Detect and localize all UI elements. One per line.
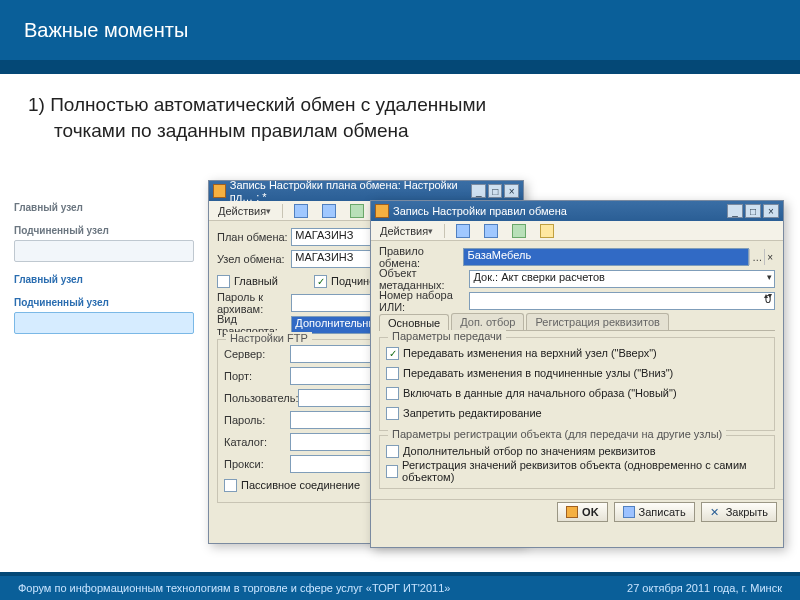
window1-back-icon[interactable] xyxy=(289,203,313,219)
window1-close-button[interactable]: × xyxy=(504,184,519,198)
bullet-line2: точками по заданным правилам обмена xyxy=(28,118,772,144)
rule-ellipsis-button[interactable]: … xyxy=(749,249,764,265)
window1-forward-icon[interactable] xyxy=(317,203,341,219)
subordinate-checkbox[interactable] xyxy=(314,275,327,288)
ftp-proxy-label: Прокси: xyxy=(224,458,290,470)
transfer-params-legend: Параметры передачи xyxy=(388,330,506,342)
window2-app-icon xyxy=(375,204,389,218)
chk-register-values-label: Регистрация значений реквизитов объекта … xyxy=(402,459,768,483)
close-icon: ✕ xyxy=(710,506,722,518)
window1-refresh-icon[interactable] xyxy=(345,203,369,219)
footer-left: Форум по информационным технологиям в то… xyxy=(18,582,450,594)
chk-up[interactable] xyxy=(386,347,399,360)
rule-field[interactable]: БазаМебель xyxy=(463,248,749,266)
ftp-server-label: Сервер: xyxy=(224,348,290,360)
chk-new[interactable] xyxy=(386,387,399,400)
window2-toolbar: Действия xyxy=(371,221,783,241)
window-exchange-rules: Запись Настройки правил обмена _ □ × Дей… xyxy=(370,200,784,548)
passive-checkbox-label: Пассивное соединение xyxy=(241,479,360,491)
window1-minimize-button[interactable]: _ xyxy=(471,184,486,198)
chk-up-label: Передавать изменения на верхний узел ("В… xyxy=(403,347,657,359)
chk-register-values[interactable] xyxy=(386,465,398,478)
main-checkbox-label: Главный xyxy=(234,275,314,287)
exchange-diagram: Главный узел Подчиненный узел Главный уз… xyxy=(14,190,194,334)
meta-field[interactable]: Док.: Акт сверки расчетов xyxy=(469,270,775,288)
passive-checkbox[interactable] xyxy=(224,479,237,492)
window2-statusbar: OK Записать ✕Закрыть xyxy=(371,499,783,523)
chk-lock-label: Запретить редактирование xyxy=(403,407,542,419)
ftp-user-label: Пользователь: xyxy=(224,392,298,404)
window2-help-icon[interactable] xyxy=(535,223,559,239)
ftp-dir-label: Каталог: xyxy=(224,436,290,448)
bullet-line1: Полностью автоматический обмен с удаленн… xyxy=(50,94,486,115)
window2-title: Запись Настройки правил обмена xyxy=(393,205,567,217)
window2-back-icon[interactable] xyxy=(451,223,475,239)
archive-pwd-label: Пароль к архивам: xyxy=(217,291,291,315)
window2-actions-menu[interactable]: Действия xyxy=(375,223,438,239)
window1-app-icon xyxy=(213,184,226,198)
diagram-label-sub1: Подчиненный узел xyxy=(14,225,194,236)
chk-extra-filter[interactable] xyxy=(386,445,399,458)
window2-maximize-button[interactable]: □ xyxy=(745,204,761,218)
footer-right: 27 октября 2011 года, г. Минск xyxy=(627,582,782,594)
close-button[interactable]: ✕Закрыть xyxy=(701,502,777,522)
setnum-field[interactable]: 0 xyxy=(469,292,775,310)
registration-params-group: Параметры регистрации объекта (для перед… xyxy=(379,435,775,489)
window1-actions-menu[interactable]: Действия xyxy=(213,203,276,219)
node-label: Узел обмена: xyxy=(217,253,291,265)
tab-filter[interactable]: Доп. отбор xyxy=(451,313,524,330)
rules-tabs: Основные Доп. отбор Регистрация реквизит… xyxy=(379,313,775,331)
slide-title-bar: Важные моменты xyxy=(0,0,800,60)
slide-body: 1) Полностью автоматический обмен с удал… xyxy=(0,74,800,161)
diagram-box-2 xyxy=(14,312,194,334)
diagram-label-main1: Главный узел xyxy=(14,202,194,213)
transfer-params-group: Параметры передачи Передавать изменения … xyxy=(379,337,775,431)
bullet-prefix: 1) xyxy=(28,94,50,115)
ftp-legend: Настройки FTP xyxy=(226,332,312,344)
slide-footer: Форум по информационным технологиям в то… xyxy=(0,576,800,600)
chk-down-label: Передавать изменения в подчиненные узлы … xyxy=(403,367,673,379)
slide-title: Важные моменты xyxy=(24,19,188,42)
ftp-pass-label: Пароль: xyxy=(224,414,290,426)
save-button[interactable]: Записать xyxy=(614,502,695,522)
diagram-label-sub2: Подчиненный узел xyxy=(14,297,194,308)
window1-caption[interactable]: Запись Настройки плана обмена: Настройки… xyxy=(209,181,523,201)
window2-refresh-icon[interactable] xyxy=(507,223,531,239)
chk-extra-filter-label: Дополнительный отбор по значениям реквиз… xyxy=(403,445,656,457)
rule-label: Правило обмена: xyxy=(379,245,463,269)
plan-label: План обмена: xyxy=(217,231,291,243)
save-icon xyxy=(623,506,635,518)
meta-label: Объект метаданных: xyxy=(379,267,469,291)
main-checkbox[interactable] xyxy=(217,275,230,288)
window2-forward-icon[interactable] xyxy=(479,223,503,239)
disk-icon xyxy=(566,506,578,518)
rule-clear-button[interactable]: × xyxy=(764,249,775,265)
window2-caption[interactable]: Запись Настройки правил обмена _ □ × xyxy=(371,201,783,221)
setnum-label: Номер набора ИЛИ: xyxy=(379,289,469,313)
ftp-port-label: Порт: xyxy=(224,370,290,382)
ok-button[interactable]: OK xyxy=(557,502,608,522)
chk-lock[interactable] xyxy=(386,407,399,420)
tab-registration[interactable]: Регистрация реквизитов xyxy=(526,313,668,330)
tab-main[interactable]: Основные xyxy=(379,314,449,331)
registration-params-legend: Параметры регистрации объекта (для перед… xyxy=(388,428,726,440)
window2-minimize-button[interactable]: _ xyxy=(727,204,743,218)
slide-title-accent xyxy=(0,60,800,74)
window1-maximize-button[interactable]: □ xyxy=(488,184,503,198)
diagram-label-main2: Главный узел xyxy=(14,274,194,285)
chk-down[interactable] xyxy=(386,367,399,380)
diagram-box-1 xyxy=(14,240,194,262)
window2-close-button[interactable]: × xyxy=(763,204,779,218)
chk-new-label: Включать в данные для начального образа … xyxy=(403,387,677,399)
